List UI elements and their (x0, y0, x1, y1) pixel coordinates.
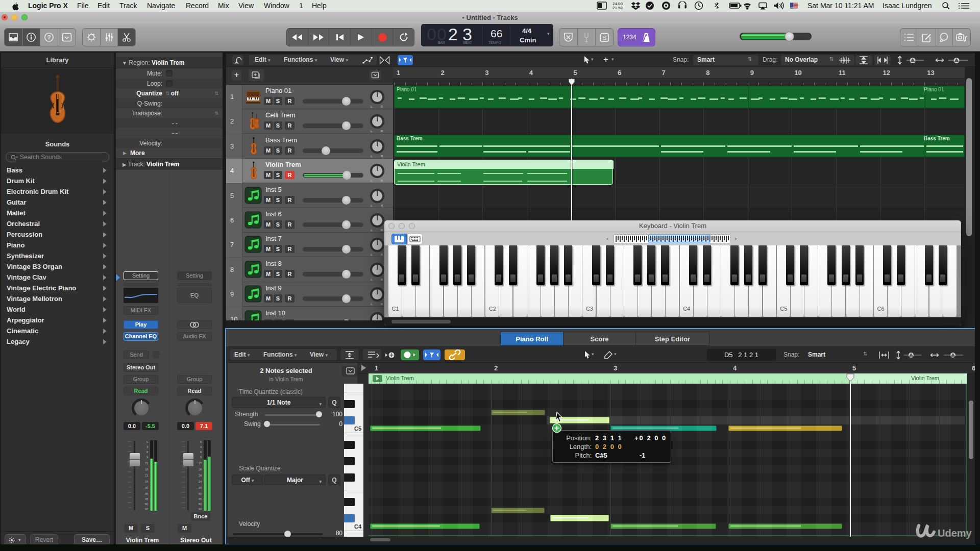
svg-text:S: S (602, 34, 606, 40)
svg-text:21: 21 (145, 474, 148, 477)
svg-text:45: 45 (145, 497, 148, 500)
svg-text:24: 24 (145, 480, 148, 483)
svg-text:24: 24 (199, 480, 202, 483)
svg-text:18: 18 (145, 468, 148, 471)
svg-text:6: 6 (146, 450, 148, 454)
svg-text:30: 30 (199, 486, 202, 489)
svg-text:3: 3 (146, 445, 148, 448)
svg-text:0: 0 (200, 440, 202, 443)
svg-text:60: 60 (199, 492, 202, 495)
svg-text:0: 0 (146, 440, 148, 443)
svg-text:9: 9 (200, 456, 202, 459)
svg-text:18: 18 (199, 468, 202, 471)
svg-text:12: 12 (145, 462, 148, 465)
svg-text:50: 50 (145, 503, 148, 506)
svg-text:6: 6 (200, 450, 202, 454)
svg-text:3: 3 (200, 445, 202, 448)
svg-text:12: 12 (199, 462, 202, 465)
svg-text:45: 45 (199, 497, 202, 500)
svg-text:50: 50 (199, 503, 202, 506)
svg-text:36: 36 (145, 492, 148, 495)
svg-text:Udemy: Udemy (938, 528, 972, 539)
svg-text:?: ? (47, 34, 51, 40)
svg-text:30: 30 (145, 486, 148, 489)
svg-text:29: 29 (199, 474, 202, 477)
svg-text:60: 60 (145, 508, 148, 511)
svg-text:9: 9 (146, 456, 148, 459)
svg-text:60: 60 (199, 508, 202, 511)
